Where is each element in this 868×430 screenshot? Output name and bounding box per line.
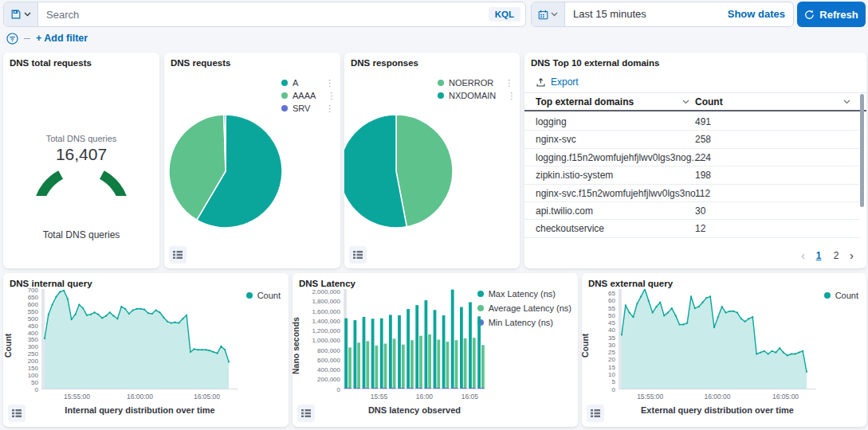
x-tick-label: 16:00:00 — [704, 393, 730, 401]
y-tick-label: 55 — [608, 305, 615, 312]
list-icon — [352, 249, 363, 260]
y-axis-ticks: 0200,000400,000600,000800,0001,000,0001,… — [305, 289, 340, 389]
y-tick-label: 800,000 — [317, 347, 340, 354]
cell-count: 258 — [695, 134, 711, 145]
y-tick-label: 200,000 — [317, 376, 340, 383]
y-tick-label: 1,200,000 — [312, 327, 340, 334]
x-tick-label: 16:00:00 — [127, 393, 153, 401]
legend-item[interactable]: Max Latency (ns) — [477, 287, 571, 299]
pagination-page-2[interactable]: 2 — [829, 248, 843, 263]
table-row[interactable]: nginx-svc258 — [524, 131, 859, 148]
legend-item[interactable]: Average Latency (ns) — [477, 302, 571, 314]
column-header-domains[interactable]: Top external domains — [536, 96, 634, 108]
column-header-count[interactable]: Count — [695, 96, 723, 108]
y-tick-label: 50 — [31, 379, 38, 386]
legend-label: Count — [835, 291, 858, 300]
pie-chart[interactable] — [344, 53, 520, 268]
date-picker: Last 15 minutes Show dates — [531, 2, 794, 27]
pie-chart[interactable] — [164, 53, 340, 268]
legend-item[interactable]: Min Latency (ns) — [477, 316, 571, 328]
refresh-icon — [804, 10, 815, 20]
time-range-value[interactable]: Last 15 minutes — [565, 2, 728, 26]
area-chart[interactable] — [41, 289, 238, 389]
y-tick-label: 350 — [28, 336, 38, 343]
table-row[interactable]: logging491 — [524, 113, 859, 131]
table-row[interactable]: nginx-svc.f15n2womfujehfjlwv0lgs3no...11… — [524, 185, 859, 202]
y-tick-label: 1,000,000 — [312, 337, 340, 344]
pagination-page-1[interactable]: 1 — [811, 248, 826, 263]
legend-item[interactable]: Count — [824, 289, 858, 301]
list-icon — [172, 249, 183, 260]
x-tick-label: 15:55:00 — [64, 393, 90, 401]
y-tick-label: 2,000,000 — [312, 288, 340, 295]
refresh-label: Refresh — [819, 9, 858, 21]
panel-dns-total-requests: DNS total requests Total DNS queries 16,… — [3, 53, 159, 268]
table-row[interactable]: zipkin.istio-system198 — [524, 166, 859, 184]
panel-title[interactable]: DNS Latency — [299, 279, 355, 288]
y-axis-label: Nano seconds — [291, 317, 300, 374]
legend-toggle-button[interactable] — [8, 405, 26, 422]
panel-title[interactable]: DNS Top 10 external domains — [531, 58, 659, 68]
y-tick-label: 700 — [28, 287, 38, 294]
y-tick-label: 600 — [28, 301, 38, 308]
legend-toggle-button[interactable] — [349, 246, 367, 264]
saved-query-menu-button[interactable] — [4, 2, 38, 26]
y-tick-label: 200 — [28, 358, 38, 365]
x-tick-label: 16:05:00 — [194, 393, 220, 401]
x-tick-label: 16:05 — [461, 393, 478, 401]
area-chart[interactable] — [619, 289, 816, 389]
chart-legend: Max Latency (ns)Average Latency (ns)Min … — [477, 287, 571, 328]
table-body: logging491nginx-svc258logging.f15n2womfu… — [524, 113, 859, 238]
filter-icon[interactable] — [6, 33, 18, 45]
cell-domain: checkoutservice — [536, 223, 604, 234]
panel-dns-internal-query: DNS internal query Count Count 050100150… — [3, 273, 289, 427]
search-input[interactable] — [38, 2, 489, 26]
add-filter-button[interactable]: + Add filter — [36, 33, 88, 44]
y-tick-label: 50 — [608, 312, 615, 319]
export-button[interactable]: Export — [536, 76, 579, 88]
panel-dns-requests: DNS requests A⋮AAAA⋮SRV⋮ — [164, 53, 340, 268]
legend-item[interactable]: Count — [246, 289, 281, 301]
sort-chevron-icon[interactable] — [843, 100, 850, 104]
quick-select-menu-button[interactable] — [532, 2, 565, 26]
panel-title[interactable]: DNS internal query — [10, 279, 92, 288]
cell-count: 198 — [695, 170, 711, 181]
legend-toggle-button[interactable] — [297, 405, 315, 422]
list-icon — [590, 408, 601, 419]
y-tick-label: 65 — [608, 290, 615, 297]
cell-domain: logging.f15n2womfujehfjlwv0lgs3nog.... — [536, 152, 702, 163]
pagination-next-icon[interactable]: › — [846, 248, 857, 263]
legend-toggle-button[interactable] — [169, 246, 187, 264]
refresh-button[interactable]: Refresh — [797, 2, 866, 27]
gauge-center-label: Total DNS queries — [3, 134, 159, 143]
table-row[interactable]: checkoutservice12 — [524, 220, 859, 237]
cell-count: 224 — [695, 152, 711, 163]
legend-toggle-button[interactable] — [587, 405, 604, 422]
panel-title[interactable]: DNS external query — [588, 279, 673, 288]
table-row[interactable]: logging.f15n2womfujehfjlwv0lgs3nog....22… — [524, 149, 859, 166]
y-tick-label: 1,600,000 — [312, 308, 340, 315]
table-row[interactable]: api.twilio.com30 — [524, 202, 859, 220]
filter-divider — [24, 38, 30, 39]
pagination-prev-icon[interactable]: ‹ — [798, 248, 808, 263]
cell-count: 30 — [695, 205, 705, 217]
y-tick-label: 450 — [28, 322, 38, 330]
show-dates-button[interactable]: Show dates — [728, 2, 785, 26]
list-icon — [11, 408, 22, 419]
calendar-icon — [538, 10, 548, 20]
y-axis-label: Count — [3, 334, 13, 358]
sort-chevron-icon[interactable] — [682, 100, 689, 104]
legend-dot — [246, 292, 253, 299]
y-tick-label: 600,000 — [317, 357, 340, 364]
kql-language-button[interactable]: KQL — [489, 7, 520, 22]
panel-dns-external-query: DNS external query Count Count 051015202… — [582, 273, 866, 427]
legend-label: Max Latency (ns) — [489, 289, 556, 299]
bar-chart[interactable] — [344, 289, 485, 389]
x-axis-title: DNS latency observed — [324, 405, 505, 415]
y-tick-label: 150 — [28, 365, 38, 372]
cell-domain: nginx-svc.f15n2womfujehfjlwv0lgs3no... — [536, 188, 704, 199]
y-tick-label: 400,000 — [317, 366, 340, 373]
y-tick-label: 35 — [608, 334, 615, 342]
table-scrollbar[interactable] — [860, 94, 864, 207]
gauge-bottom-label: Total DNS queries — [3, 229, 159, 240]
